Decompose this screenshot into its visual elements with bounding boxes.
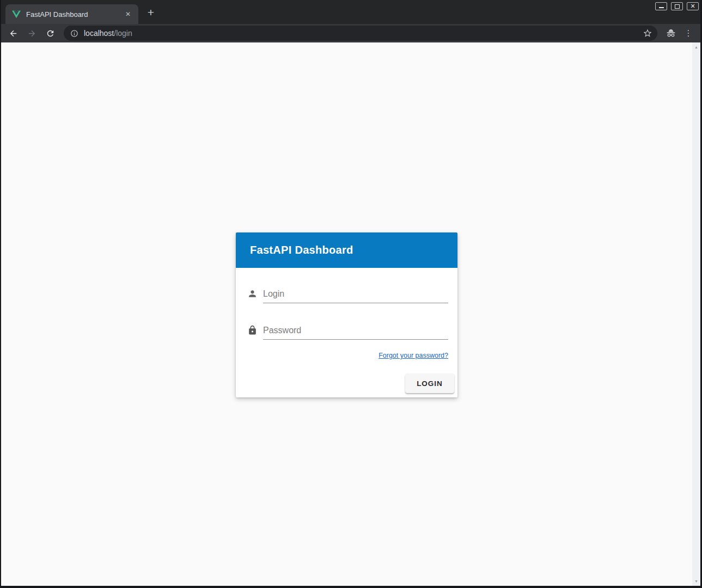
reload-button[interactable] [43,26,57,40]
vue-favicon-icon [12,10,21,19]
reload-icon [46,29,55,38]
browser-toolbar: localhost/login ⋮ [1,24,700,42]
password-input[interactable] [263,322,448,340]
forward-button[interactable] [25,26,39,40]
page-content: FastAPI Dashboard Forgot your password? … [1,42,700,586]
incognito-icon [665,27,677,39]
login-input[interactable] [263,285,448,303]
lock-icon [247,325,258,335]
browser-tab[interactable]: FastAPI Dashboard ✕ [5,4,138,24]
login-card: FastAPI Dashboard Forgot your password? … [236,232,457,397]
minimize-button[interactable] [655,2,667,10]
url-host: localhost [84,29,114,38]
address-bar[interactable]: localhost/login [64,26,657,41]
forgot-password-link[interactable]: Forgot your password? [379,352,448,359]
browser-window: FastAPI Dashboard ✕ + ✕ [0,0,702,588]
star-icon [643,28,652,38]
person-icon [247,289,258,299]
forward-arrow-icon [27,29,36,38]
site-info-icon[interactable] [70,29,78,38]
new-tab-button[interactable]: + [144,6,158,20]
titlebar: FastAPI Dashboard ✕ + ✕ [1,0,700,24]
close-button[interactable]: ✕ [687,2,699,10]
maximize-button[interactable] [671,2,683,10]
window-controls: ✕ [655,2,699,10]
back-arrow-icon [9,29,18,38]
login-button[interactable]: LOGIN [405,373,454,393]
tab-close-icon[interactable]: ✕ [123,9,133,19]
minimize-icon [659,7,664,8]
maximize-icon [675,4,680,9]
scroll-up-icon[interactable]: ▲ [692,45,700,49]
close-icon: ✕ [690,3,695,9]
url-text: localhost/login [84,29,132,38]
login-card-header: FastAPI Dashboard [236,232,457,268]
browser-menu-button[interactable]: ⋮ [682,27,694,40]
back-button[interactable] [6,26,20,40]
scroll-down-icon[interactable]: ▼ [692,579,700,583]
page-scrollbar[interactable]: ▲ ▼ [692,42,700,586]
bookmark-button[interactable] [641,27,654,40]
url-path: /login [114,29,132,38]
tab-title: FastAPI Dashboard [26,10,123,19]
login-card-title: FastAPI Dashboard [250,244,353,256]
